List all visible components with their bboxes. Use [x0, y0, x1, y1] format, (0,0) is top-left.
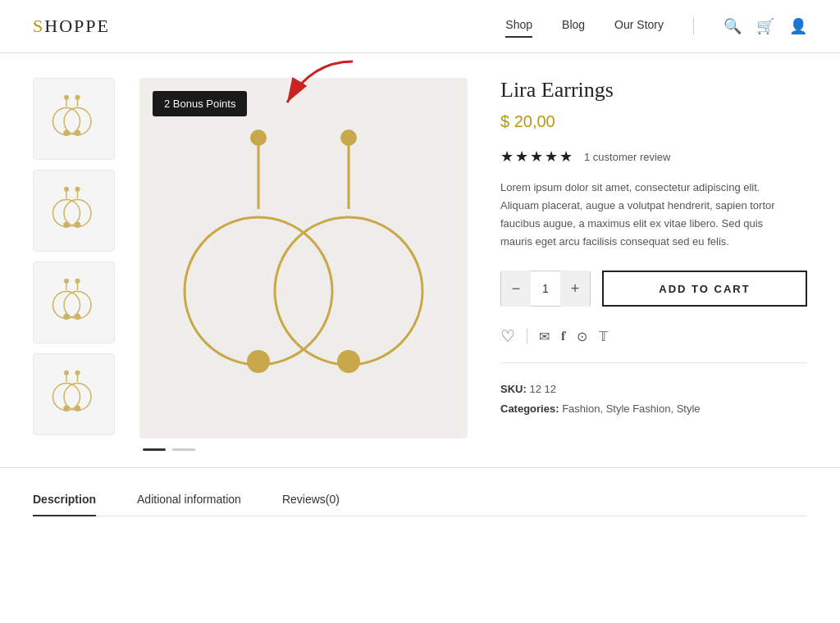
product-thumbnails: [33, 78, 115, 451]
svg-point-31: [75, 406, 81, 412]
cart-row: − 1 + ADD TO CART: [500, 271, 807, 307]
svg-point-39: [340, 130, 357, 146]
product-meta: SKU: 12 12 Categories: Fashion, Style Fa…: [500, 380, 807, 418]
pointer-arrow: [262, 53, 361, 119]
main-nav: Shop Blog Our Story 🔍 🛒 👤: [505, 17, 807, 35]
image-dot-1[interactable]: [143, 448, 166, 451]
image-dot-2[interactable]: [172, 448, 195, 451]
tabs-section: Description Aditional information Review…: [0, 467, 840, 516]
tab-additional-info[interactable]: Aditional information: [137, 493, 241, 516]
nav-item-shop[interactable]: Shop: [505, 18, 532, 34]
email-share-icon[interactable]: ✉: [539, 329, 550, 344]
social-share-row: ♡ ✉ 𝐟 ⊙ 𝕋: [500, 326, 807, 363]
bonus-badge: 2 Bonus Points: [153, 91, 247, 116]
star-rating[interactable]: ★★★★★: [500, 148, 574, 166]
svg-point-15: [75, 222, 81, 229]
product-page: 2 Bonus Points: [0, 53, 840, 451]
add-to-cart-button[interactable]: ADD TO CART: [602, 271, 807, 307]
thumbnail-2[interactable]: [33, 170, 115, 252]
logo[interactable]: SHOPPE: [33, 16, 110, 37]
svg-point-9: [64, 187, 69, 192]
svg-point-37: [247, 350, 270, 373]
svg-point-21: [75, 279, 80, 284]
categories-text: Fashion, Style: [632, 402, 700, 415]
review-count[interactable]: 1 customer review: [584, 151, 670, 163]
svg-point-1: [64, 95, 69, 100]
logo-prefix: S: [33, 16, 44, 36]
sku-value: 12: [529, 383, 541, 395]
nav-item-our-story[interactable]: Our Story: [614, 18, 664, 34]
nav-divider: [693, 18, 694, 34]
search-icon[interactable]: 🔍: [724, 17, 742, 35]
svg-point-23: [75, 314, 81, 321]
logo-suffix: HOPPE: [44, 16, 110, 36]
quantity-value: 1: [531, 282, 560, 295]
product-tabs: Description Aditional information Review…: [33, 493, 807, 516]
twitter-icon[interactable]: 𝕋: [599, 329, 608, 344]
quantity-control: − 1 +: [500, 271, 591, 307]
user-icon[interactable]: 👤: [789, 17, 807, 35]
svg-point-25: [64, 371, 69, 375]
nav-item-blog[interactable]: Blog: [562, 18, 585, 34]
svg-point-33: [189, 127, 418, 406]
main-image-container: 2 Bonus Points: [139, 78, 468, 451]
image-navigation: [139, 448, 468, 451]
product-illustration: [180, 102, 427, 414]
rating-row: ★★★★★ 1 customer review: [500, 148, 807, 166]
social-divider: [527, 329, 527, 343]
quantity-decrease-button[interactable]: −: [501, 271, 531, 307]
thumbnail-1[interactable]: [33, 78, 115, 160]
header: SHOPPE Shop Blog Our Story 🔍 🛒 👤: [0, 0, 840, 53]
svg-point-5: [75, 95, 80, 100]
facebook-icon[interactable]: 𝐟: [561, 329, 565, 343]
quantity-increase-button[interactable]: +: [560, 271, 590, 307]
main-product-image: [139, 78, 468, 439]
instagram-icon[interactable]: ⊙: [577, 329, 587, 344]
product-price: $ 20,00: [500, 112, 807, 131]
nav-icons: 🔍 🛒 👤: [724, 17, 807, 35]
svg-point-35: [250, 130, 267, 146]
product-info: Lira Earrings $ 20,00 ★★★★★ 1 customer r…: [492, 78, 807, 451]
svg-point-13: [75, 187, 80, 192]
wishlist-icon[interactable]: ♡: [500, 326, 515, 346]
thumbnail-3[interactable]: [33, 261, 115, 343]
svg-point-17: [64, 279, 69, 284]
cart-icon[interactable]: 🛒: [756, 17, 774, 35]
tab-reviews[interactable]: Reviews(0): [282, 493, 340, 516]
categories-value: Fashion, Style: [562, 402, 629, 415]
product-description: Lorem ipsum dolor sit amet, consectetur …: [500, 179, 779, 251]
sku-number: 12: [545, 383, 556, 395]
svg-point-41: [337, 350, 360, 373]
thumbnail-4[interactable]: [33, 353, 115, 435]
sku-label: SKU:: [500, 383, 527, 395]
svg-point-29: [75, 371, 80, 375]
categories-label: Categories:: [500, 402, 559, 415]
product-title: Lira Earrings: [500, 78, 807, 102]
svg-point-7: [75, 130, 81, 137]
tab-description[interactable]: Description: [33, 493, 96, 516]
